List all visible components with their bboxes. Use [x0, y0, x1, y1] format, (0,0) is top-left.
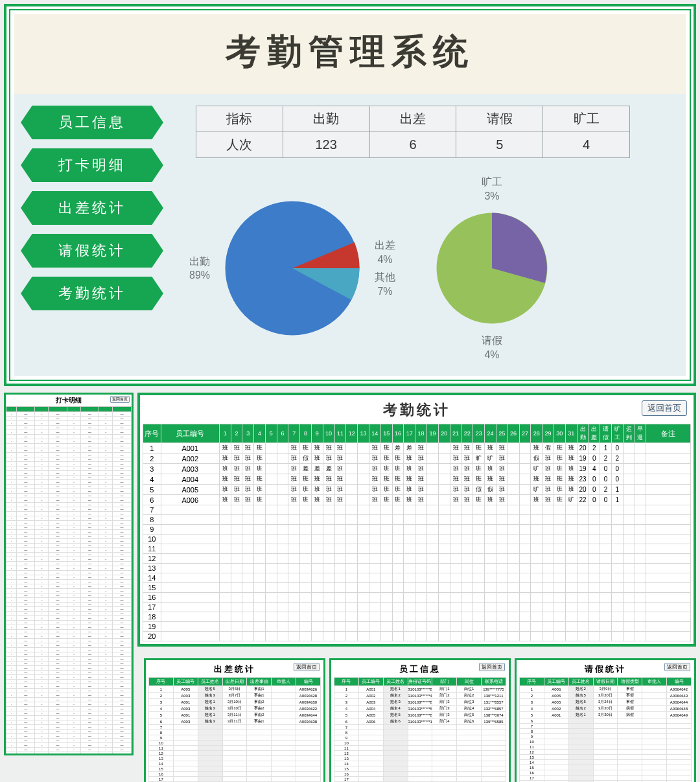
table-row: 14 [334, 761, 506, 766]
table-row: 16 [143, 593, 691, 603]
kq-header: 31 [565, 424, 577, 443]
kq-header: 出勤 [577, 424, 589, 443]
page-title: 考勤管理系统 [14, 29, 686, 76]
mini-back-qingjia[interactable]: 返回首页 [664, 663, 690, 671]
table-row: 6 [520, 719, 692, 724]
table-row: 10 [334, 741, 506, 746]
table-row: 11 [143, 544, 691, 554]
table-row: 3A003班班班班班差差差班班班班班班班班班班班旷班班班19400 [143, 464, 691, 474]
nav-button-打卡明细[interactable]: 打卡明细 [21, 148, 163, 182]
mini-header: 序号 [520, 678, 544, 686]
kq-header: 10 [323, 424, 334, 443]
mini-back-yuangong[interactable]: 返回首页 [479, 663, 505, 671]
kq-header: 旷工 [611, 424, 623, 443]
title-bar: 考勤管理系统 [14, 14, 686, 94]
dashboard-inner: 考勤管理系统 员工信息打卡明细出差统计请假统计考勤统计 指标出勤出差请假旷工 人… [9, 9, 691, 381]
table-row: 8 [334, 730, 506, 735]
table-row: 14 [143, 573, 691, 583]
dashboard-body: 员工信息打卡明细出差统计请假统计考勤统计 指标出勤出差请假旷工 人次123654… [14, 94, 686, 376]
table-row: 13 [520, 755, 692, 760]
kq-header: 19 [427, 424, 439, 443]
kq-header: 21 [450, 424, 461, 443]
table-row: 2A002姓名2310103******4919部门2岗位2130***1211 [334, 693, 506, 699]
thumb-daka-panel[interactable]: 打卡明细 返回首页 ·—··—··—··—·—··—··—··—·—··—··—… [4, 393, 134, 755]
table-row: 7 [143, 505, 691, 515]
table-row: 8 [143, 515, 691, 525]
kq-header: 序号 [143, 424, 161, 443]
table-row: 5A005班班班班班班班班班班班班班班班班假假班旷班班班20021 [143, 485, 691, 495]
mini-header: 联系电话 [482, 678, 506, 686]
nav-button-出差统计[interactable]: 出差统计 [21, 191, 163, 225]
mini-header: 请假类型 [618, 678, 642, 686]
table-row: 17 [520, 776, 692, 781]
kq-back-button[interactable]: 返回首页 [642, 400, 687, 416]
kq-header: 16 [392, 424, 404, 443]
kq-header: 3 [242, 424, 254, 443]
mini-header: 请假日期 [593, 678, 618, 686]
mini-panel-qingjia[interactable]: 请假统计 返回首页 序号员工编号员工姓名请假日期请假类型审批人编号1A006姓名… [515, 658, 696, 782]
table-row: 15 [149, 766, 321, 772]
mini-table-chuchai: 序号员工编号员工姓名出差日期出差事由审批人编号1A005姓名53月5日事由1A0… [148, 677, 321, 782]
table-row: 13 [334, 756, 506, 761]
table-row: 17 [149, 777, 321, 782]
mini-header: 序号 [334, 678, 359, 686]
metric-value: 6 [369, 132, 456, 158]
mini-header: 身份证号码 [408, 678, 432, 686]
table-row: 3A003姓名3310103******8817部门3岗位3131***8557 [334, 699, 506, 706]
table-row: 5A001姓名13月11日事由2A0034644 [149, 712, 321, 719]
table-row: 12 [334, 751, 506, 756]
kq-table: 序号员工编号1234567891011121314151617181920212… [143, 424, 691, 641]
pie1-label-attend: 出勤89% [189, 255, 210, 282]
mini-header: 员工姓名 [198, 678, 222, 686]
mini-header: 员工编号 [544, 678, 568, 686]
mini-panel-yuangong[interactable]: 员工信息 返回首页 序号员工编号员工姓名身份证号码部门岗位联系电话1A001姓名… [329, 658, 511, 782]
mini-panel-chuchai[interactable]: 出差统计 返回首页 序号员工编号员工姓名出差日期出差事由审批人编号1A005姓名… [144, 658, 325, 782]
kq-header: 23 [473, 424, 485, 443]
kq-header: 5 [266, 424, 277, 443]
metric-header: 指标 [196, 106, 283, 132]
table-row: 6A006姓名6310103******1322部门4岗位6139***6585 [334, 719, 506, 725]
table-row: 15 [520, 765, 692, 770]
table-row: 15 [143, 583, 691, 593]
thumb-daka-back-button[interactable]: 返回首页 [110, 396, 130, 403]
table-row: 3A001姓名13月10日事由2A0034630 [149, 699, 321, 706]
nav-button-员工信息[interactable]: 员工信息 [21, 106, 163, 139]
dashboard-card: 考勤管理系统 员工信息打卡明细出差统计请假统计考勤统计 指标出勤出差请假旷工 人… [4, 4, 696, 386]
kq-panel-title: 考勤统计 [143, 400, 691, 420]
mini-header: 编号 [667, 678, 692, 686]
table-row: 12 [520, 750, 692, 755]
table-row: 6A003姓名33月11日事由1A0034638 [149, 719, 321, 725]
metric-header: 出差 [369, 106, 456, 132]
metric-header: 旷工 [543, 106, 630, 132]
table-row: 2A003姓名33月7日事由1A0034628 [149, 693, 321, 699]
table-row: 3A005姓名53月24日事假A0064644 [520, 699, 692, 706]
metric-value: 123 [283, 132, 369, 158]
mini-header: 出差日期 [222, 678, 247, 686]
table-row: 17 [143, 603, 691, 612]
metric-row-label: 人次 [196, 132, 283, 158]
kq-header: 15 [380, 424, 392, 443]
metric-header: 出勤 [283, 106, 369, 132]
table-row: 11 [520, 744, 692, 750]
mini-table-yuangong: 序号员工编号员工姓名身份证号码部门岗位联系电话1A001姓名1310103***… [334, 677, 506, 782]
metric-header: 请假 [456, 106, 543, 132]
mini-back-chuchai[interactable]: 返回首页 [294, 663, 320, 671]
table-row: 16 [520, 770, 692, 776]
mini-header: 编号 [296, 678, 321, 686]
table-row: 10 [143, 535, 691, 544]
table-row: 1A005姓名53月5日事由1A0034626 [149, 686, 321, 693]
table-row: 19 [143, 622, 691, 632]
table-row: 12 [149, 751, 321, 756]
kq-header: 9 [311, 424, 323, 443]
metric-value: 4 [543, 132, 630, 158]
nav-button-考勤统计[interactable]: 考勤统计 [21, 277, 163, 310]
table-row: 12 [143, 554, 691, 564]
mini-header: 岗位 [457, 678, 482, 686]
table-row: 9 [520, 734, 692, 739]
table-row: 1A001班班班班班班班班班班班差差班班班班班班班假班班20210 [143, 443, 691, 454]
kq-header: 29 [542, 424, 554, 443]
nav-button-请假统计[interactable]: 请假统计 [21, 234, 163, 268]
table-row: 14 [520, 760, 692, 765]
mini-header: 员工姓名 [383, 678, 408, 686]
table-row: 2A005姓名53月20日事假A0064643 [520, 693, 692, 699]
